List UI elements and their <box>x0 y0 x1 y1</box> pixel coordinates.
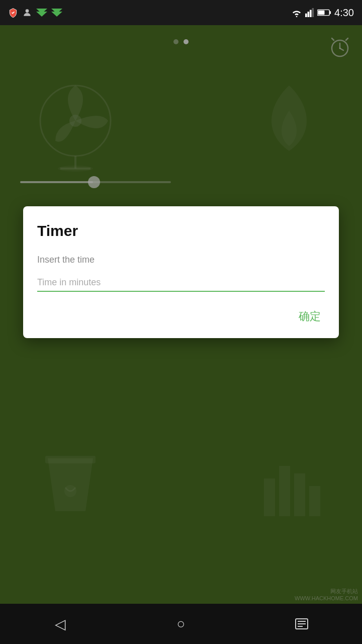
navigation-bar: ◁ ○ <box>0 604 362 644</box>
dialog-title: Timer <box>37 222 325 239</box>
recents-icon <box>294 616 309 631</box>
home-button[interactable]: ○ <box>161 604 201 644</box>
arrow-down2-icon <box>51 9 62 17</box>
svg-rect-9 <box>312 8 314 17</box>
status-bar-left <box>8 8 62 18</box>
wifi-icon <box>291 8 302 17</box>
status-time: 4:30 <box>334 7 354 19</box>
timer-dialog: Timer Insert the time 确定 <box>23 206 339 338</box>
status-bar: 4:30 <box>0 0 362 25</box>
confirm-button[interactable]: 确定 <box>295 307 325 326</box>
svg-rect-30 <box>298 621 306 622</box>
back-button[interactable]: ◁ <box>40 604 80 644</box>
time-input[interactable] <box>37 274 325 292</box>
svg-point-5 <box>296 16 298 17</box>
svg-point-0 <box>26 9 29 13</box>
status-bar-right: 4:30 <box>291 7 354 19</box>
svg-rect-11 <box>329 11 331 14</box>
svg-rect-8 <box>310 10 312 17</box>
recents-button[interactable] <box>282 604 322 644</box>
shield-icon <box>8 8 18 18</box>
svg-rect-31 <box>298 623 306 624</box>
battery-icon <box>317 9 331 17</box>
svg-rect-6 <box>305 14 307 17</box>
dialog-label: Insert the time <box>37 255 325 265</box>
main-background: Timer Insert the time 确定 网友手机站 WWW.HACKH… <box>0 25 362 644</box>
svg-rect-7 <box>308 12 310 17</box>
svg-marker-2 <box>36 12 47 17</box>
dialog-actions: 确定 <box>37 307 325 326</box>
arrow-down-icon <box>36 9 47 17</box>
svg-rect-32 <box>298 626 303 627</box>
person-icon <box>22 8 32 18</box>
svg-rect-12 <box>318 11 324 15</box>
svg-marker-4 <box>51 12 62 17</box>
signal-icon <box>305 8 314 17</box>
